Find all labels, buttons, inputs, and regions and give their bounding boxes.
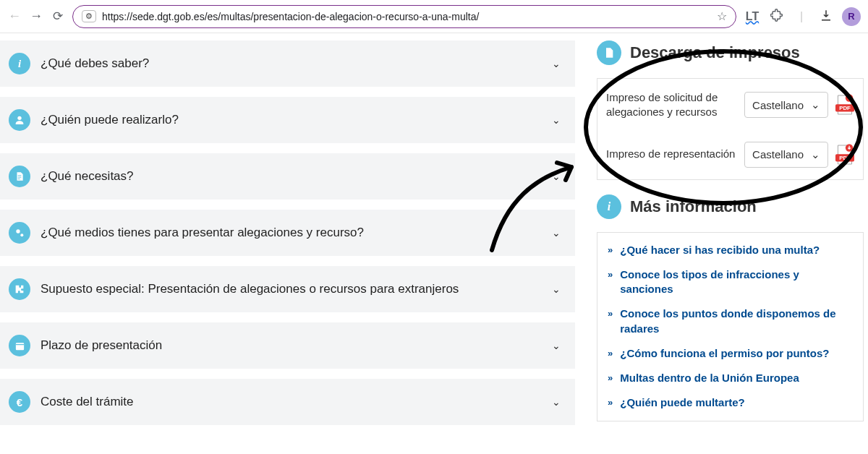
accordion-item-medios[interactable]: ¿Qué medios tienes para presentar alegac…	[0, 210, 575, 256]
download-label: Impreso de representación	[606, 147, 737, 161]
accordion-item-plazo[interactable]: Plazo de presentación ⌄	[0, 322, 575, 369]
double-chevron-icon: »	[608, 348, 613, 359]
downloads-icon[interactable]	[817, 9, 835, 25]
info-link[interactable]: » Conoce los puntos donde disponemos de …	[608, 307, 853, 336]
language-select[interactable]: Castellano ⌄	[744, 92, 828, 118]
divider: |	[793, 10, 810, 23]
chevron-down-icon: ⌄	[552, 58, 561, 69]
download-label: Impreso de solicitud de alegaciones y re…	[606, 90, 737, 120]
more-info-links: » ¿Qué hacer si has recibido una multa? …	[597, 232, 864, 421]
document-icon	[597, 40, 621, 65]
downloads-box: Impreso de solicitud de alegaciones y re…	[597, 78, 864, 180]
puzzle-icon	[9, 278, 30, 300]
site-settings-icon[interactable]: ⚙	[82, 10, 96, 22]
chevron-down-icon: ⌄	[552, 396, 561, 408]
info-link[interactable]: » Multas dentro de la Unión Europea	[608, 371, 853, 385]
double-chevron-icon: »	[608, 397, 613, 408]
bookmark-star-icon[interactable]: ☆	[717, 9, 727, 23]
more-info-title: Más información	[630, 197, 757, 216]
document-icon	[9, 166, 30, 187]
browser-toolbar: ← → ⟳ ⚙ https://sede.dgt.gob.es/es/multa…	[0, 0, 868, 33]
accordion-item-que-necesitas[interactable]: ¿Qué necesitas? ⌄	[0, 153, 575, 200]
double-chevron-icon: »	[608, 372, 613, 383]
reload-button[interactable]: ⟳	[51, 9, 65, 24]
accordion-label: ¿Qué debes saber?	[41, 56, 542, 71]
language-select[interactable]: Castellano ⌄	[744, 142, 828, 168]
svg-text:PDF: PDF	[839, 154, 851, 160]
download-row: Impreso de representación Castellano ⌄ P…	[606, 142, 854, 168]
address-bar[interactable]: ⚙ https://sede.dgt.gob.es/es/multas/pres…	[72, 5, 736, 28]
accordion-list: i ¿Qué debes saber? ⌄ ¿Quién puede reali…	[0, 40, 575, 425]
accordion-label: Plazo de presentación	[41, 338, 542, 353]
accordion-item-coste[interactable]: € Coste del trámite ⌄	[0, 379, 575, 425]
accordion-label: ¿Quién puede realizarlo?	[41, 113, 542, 127]
calendar-icon	[9, 335, 30, 356]
page-content: i ¿Qué debes saber? ⌄ ¿Quién puede reali…	[0, 33, 868, 425]
chevron-down-icon: ⌄	[552, 340, 561, 351]
chevron-down-icon: ⌄	[552, 227, 561, 239]
euro-icon: €	[9, 391, 30, 413]
downloads-header: Descarga de impresos	[597, 40, 864, 65]
profile-avatar[interactable]: R	[842, 7, 861, 26]
accordion-label: ¿Qué medios tienes para presentar alegac…	[41, 226, 542, 240]
info-link[interactable]: » ¿Qué hacer si has recibido una multa?	[608, 243, 853, 257]
accordion-label: Supuesto especial: Presentación de alega…	[41, 282, 542, 296]
info-icon: i	[597, 194, 621, 219]
accordion-item-que-debes-saber[interactable]: i ¿Qué debes saber? ⌄	[0, 40, 575, 87]
svg-point-2	[20, 234, 23, 236]
svg-rect-3	[15, 343, 23, 350]
info-icon: i	[9, 53, 30, 74]
chevron-down-icon: ⌄	[552, 114, 561, 126]
pdf-download-icon[interactable]: PDF	[835, 144, 854, 166]
info-link[interactable]: » ¿Cómo funciona el permiso por puntos?	[608, 346, 853, 361]
more-info-header: i Más información	[597, 194, 864, 219]
chevron-down-icon: ⌄	[811, 98, 820, 111]
info-link[interactable]: » ¿Quién puede multarte?	[608, 395, 853, 410]
double-chevron-icon: »	[608, 244, 613, 255]
accordion-item-quien-puede[interactable]: ¿Quién puede realizarlo? ⌄	[0, 97, 575, 143]
accordion-label: Coste del trámite	[41, 395, 542, 409]
gears-icon	[9, 222, 30, 244]
sidebar: Descarga de impresos Impreso de solicitu…	[597, 40, 868, 425]
svg-text:PDF: PDF	[839, 105, 851, 111]
chevron-down-icon: ⌄	[552, 171, 561, 182]
accordion-item-extranjeros[interactable]: Supuesto especial: Presentación de alega…	[0, 266, 575, 312]
double-chevron-icon: »	[608, 269, 613, 280]
extensions-icon[interactable]	[768, 9, 786, 25]
chevron-down-icon: ⌄	[811, 148, 820, 161]
forward-button[interactable]: →	[29, 9, 43, 24]
url-text: https://sede.dgt.gob.es/es/multas/presen…	[102, 11, 711, 22]
info-link[interactable]: » Conoce los tipos de infracciones y san…	[608, 267, 853, 297]
svg-point-0	[17, 116, 21, 120]
chevron-down-icon: ⌄	[552, 283, 561, 295]
svg-point-1	[16, 229, 20, 233]
double-chevron-icon: »	[608, 308, 613, 319]
lt-extension-icon[interactable]: LT	[744, 10, 761, 23]
back-button[interactable]: ←	[7, 9, 22, 24]
download-row: Impreso de solicitud de alegaciones y re…	[606, 90, 854, 120]
accordion-label: ¿Qué necesitas?	[41, 169, 542, 184]
downloads-title: Descarga de impresos	[630, 43, 800, 62]
person-icon	[9, 109, 30, 131]
pdf-download-icon[interactable]: PDF	[835, 94, 854, 116]
